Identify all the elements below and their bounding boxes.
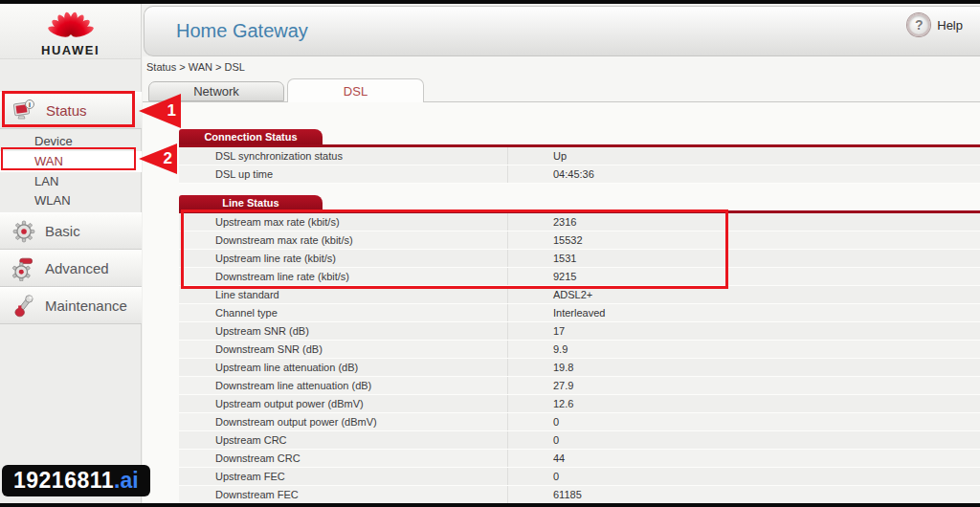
bottom-letterbox-bar xyxy=(0,503,980,507)
help-label: Help xyxy=(937,18,963,33)
row-value: Up xyxy=(507,147,980,165)
row-label: Upstream FEC xyxy=(179,468,507,485)
sidebar-item-label: Status xyxy=(46,102,87,119)
gear-icon xyxy=(11,219,36,244)
sidebar-item-label: Advanced xyxy=(45,260,109,276)
gears-icon xyxy=(11,256,36,281)
table-row: Upstream FEC 0 xyxy=(179,468,980,486)
row-label: Upstream line rate (kbit/s) xyxy=(179,250,507,267)
row-value: 61185 xyxy=(507,486,980,503)
row-value: 1531 xyxy=(507,250,980,267)
tab-network[interactable]: Network xyxy=(148,81,284,101)
connection-status-header: Connection Status xyxy=(179,129,323,144)
row-label: Downstream line rate (kbit/s) xyxy=(179,268,507,285)
table-row: Upstream line attenuation (dB) 19.8 xyxy=(179,359,980,377)
table-row: Downstream max rate (kbit/s) 15532 xyxy=(179,231,980,250)
huawei-logo: HUAWEI xyxy=(0,4,141,59)
row-label: Upstream max rate (kbit/s) xyxy=(179,213,507,231)
row-label: Channel type xyxy=(179,304,507,321)
page-title: Home Gateway xyxy=(176,20,308,42)
row-value: 27.9 xyxy=(507,377,980,394)
sidebar-item-basic[interactable]: Basic xyxy=(0,212,142,250)
row-value: 04:45:36 xyxy=(507,165,980,183)
row-label: Downstream output power (dBmV) xyxy=(179,413,507,430)
row-value: 44 xyxy=(507,450,980,467)
row-value: ADSL2+ xyxy=(507,286,980,303)
huawei-brand-text: HUAWEI xyxy=(0,43,141,57)
sidebar-item-label: Maintenance xyxy=(45,298,127,314)
row-label: Downstream FEC xyxy=(179,486,507,503)
row-value: 19.8 xyxy=(507,359,980,376)
row-value: 12.6 xyxy=(507,395,980,412)
row-label: Downstream line attenuation (dB) xyxy=(179,377,507,394)
watermark-badge: 19216811.ai xyxy=(2,465,150,496)
table-row: Line standard ADSL2+ xyxy=(179,286,980,304)
status-submenu: Device WAN LAN WLAN xyxy=(0,129,142,212)
sidebar-item-device[interactable]: Device xyxy=(0,132,142,151)
router-admin-screen: HUAWEI i Status Device WAN LAN WLAN xyxy=(0,0,980,507)
row-value: 9215 xyxy=(507,268,980,285)
help-question-icon: ? xyxy=(907,13,930,36)
table-row: Downstream SNR (dB) 9.9 xyxy=(179,341,980,359)
table-row: Upstream output power (dBmV) 12.6 xyxy=(179,395,980,413)
sidebar: HUAWEI i Status Device WAN LAN WLAN xyxy=(0,4,142,503)
row-value: 0 xyxy=(507,413,980,430)
sidebar-item-lan[interactable]: LAN xyxy=(0,172,142,191)
row-value: 0 xyxy=(507,468,980,485)
watermark-suffix: .ai xyxy=(114,468,139,494)
row-label: Line standard xyxy=(179,286,507,303)
table-row: Upstream CRC 0 xyxy=(179,431,980,450)
sidebar-item-wan[interactable]: WAN xyxy=(0,151,142,172)
watermark-text: 19216811 xyxy=(13,468,114,494)
header: Home Gateway xyxy=(144,6,980,56)
connection-status-section: Connection Status DSL synchronization st… xyxy=(179,129,980,184)
row-label: Downstream SNR (dB) xyxy=(179,341,507,358)
row-label: Upstream CRC xyxy=(179,431,507,449)
sidebar-item-maintenance[interactable]: Maintenance xyxy=(0,287,142,324)
row-label: DSL up time xyxy=(179,165,507,183)
row-value: Interleaved xyxy=(507,304,980,321)
tab-dsl[interactable]: DSL xyxy=(287,78,424,102)
line-status-header: Line Status xyxy=(179,195,323,210)
table-row: Downstream FEC 61185 xyxy=(179,486,980,504)
table-row: Upstream SNR (dB) 17 xyxy=(179,322,980,341)
row-label: DSL synchronization status xyxy=(179,147,507,165)
row-label: Upstream line attenuation (dB) xyxy=(179,359,507,376)
row-label: Downstream max rate (kbit/s) xyxy=(179,231,507,249)
sidebar-item-wlan[interactable]: WLAN xyxy=(0,191,142,210)
sidebar-item-advanced[interactable]: Advanced xyxy=(0,250,142,287)
row-value: 2316 xyxy=(507,213,980,231)
breadcrumb[interactable]: Status > WAN > DSL xyxy=(146,61,245,73)
table-row: DSL synchronization status Up xyxy=(179,147,980,165)
row-value: 15532 xyxy=(507,231,980,249)
line-status-section: Line Status Upstream max rate (kbit/s) 2… xyxy=(179,195,980,504)
table-row: Downstream CRC 44 xyxy=(179,450,980,468)
status-monitor-icon: i xyxy=(11,99,37,123)
row-label: Upstream output power (dBmV) xyxy=(179,395,507,412)
wrench-icon xyxy=(11,294,36,319)
table-row: Downstream line attenuation (dB) 27.9 xyxy=(179,377,980,395)
row-value: 17 xyxy=(507,322,980,340)
row-value: 9.9 xyxy=(507,341,980,358)
huawei-flower-icon xyxy=(44,9,98,39)
row-value: 0 xyxy=(507,431,980,449)
table-row: Channel type Interleaved xyxy=(179,304,980,322)
help-button[interactable]: ? Help xyxy=(907,13,963,36)
sidebar-nav: i Status Device WAN LAN WLAN xyxy=(0,92,142,324)
table-row: Downstream line rate (kbit/s) 9215 xyxy=(179,268,980,286)
tabs-divider xyxy=(143,101,980,102)
sidebar-item-label: Basic xyxy=(45,223,80,239)
svg-text:i: i xyxy=(29,101,31,108)
top-letterbox-bar xyxy=(0,0,980,4)
table-row: Upstream line rate (kbit/s) 1531 xyxy=(179,250,980,268)
table-row: Downstream output power (dBmV) 0 xyxy=(179,413,980,431)
sidebar-item-status[interactable]: i Status xyxy=(0,92,142,129)
row-label: Downstream CRC xyxy=(179,450,507,467)
row-label: Upstream SNR (dB) xyxy=(179,322,507,340)
table-row: Upstream max rate (kbit/s) 2316 xyxy=(179,213,980,231)
table-row: DSL up time 04:45:36 xyxy=(179,165,980,184)
